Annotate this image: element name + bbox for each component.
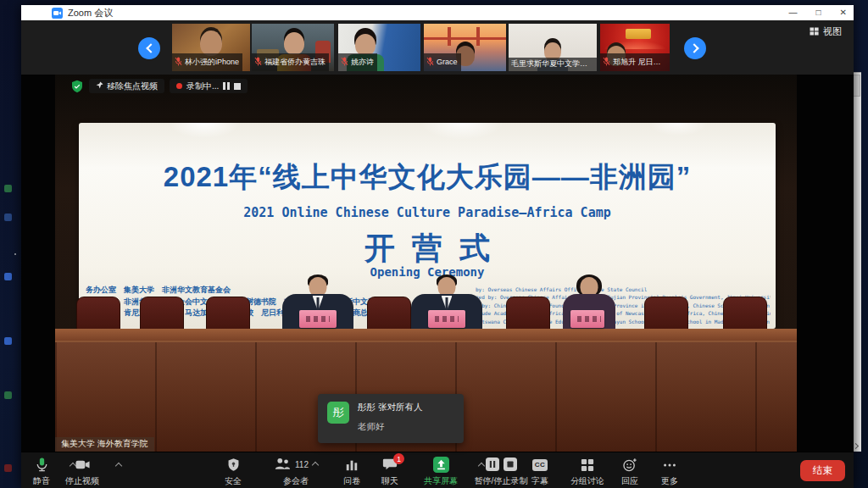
share-screen-icon xyxy=(433,457,449,473)
view-label: 视图 xyxy=(823,25,842,38)
recording-indicator: 录制中... xyxy=(170,79,248,93)
chat-button[interactable]: 1 聊天 xyxy=(363,457,417,487)
view-button[interactable]: 视图 xyxy=(810,25,842,38)
chat-toast-message: 老师好 xyxy=(358,421,422,433)
more-button[interactable]: 更多 xyxy=(643,457,697,487)
desktop-icon[interactable] xyxy=(4,337,12,345)
participant-video-6[interactable]: 郑旭升 尼日利亚 xyxy=(600,24,670,71)
zoom-app-icon xyxy=(52,8,63,19)
participant-name: 福建省侨办黄吉珠 xyxy=(264,57,326,68)
banner-title-english: 2021 Online Chinese Culture Paradise—Afr… xyxy=(79,205,776,220)
muted-mic-icon xyxy=(426,54,434,69)
participant-name: 林小强的iPhone xyxy=(185,57,239,68)
microphone-icon xyxy=(34,457,50,473)
scroll-right-icon[interactable] xyxy=(853,443,859,449)
window-titlebar: Zoom 会议 — □ ✕ xyxy=(21,5,854,20)
participant-video-4[interactable]: Grace xyxy=(424,24,506,71)
desktop-icon[interactable] xyxy=(4,185,12,192)
grid-view-icon xyxy=(810,26,820,38)
participants-icon xyxy=(274,457,291,473)
meeting-stage: 2021年“线上中华文化大乐园——非洲园” 2021 Online Chines… xyxy=(21,75,854,452)
end-meeting-button[interactable]: 结束 xyxy=(800,460,845,481)
name-placard xyxy=(299,310,337,328)
conference-desk xyxy=(55,329,797,341)
avatar: 彤 xyxy=(327,402,349,424)
recording-label: 录制中... xyxy=(186,80,219,92)
reactions-emoji-icon xyxy=(622,457,637,473)
chair xyxy=(367,297,411,330)
desktop-background: Zoom 会议 — □ ✕ 林小强的iPhone 福建省侨办黄吉珠 xyxy=(0,0,868,488)
close-button[interactable]: ✕ xyxy=(840,5,847,20)
shield-icon xyxy=(226,457,241,473)
maximize-button[interactable]: □ xyxy=(816,5,821,20)
breakout-grid-icon xyxy=(581,457,594,473)
security-shield-icon[interactable] xyxy=(70,80,84,93)
prev-participants-button[interactable] xyxy=(138,37,160,59)
chair xyxy=(140,297,184,330)
next-participants-button[interactable] xyxy=(684,37,706,59)
participant-name: Grace xyxy=(437,58,458,66)
participant-video-5[interactable]: 毛里求斯华夏中文学校... xyxy=(509,24,597,71)
pin-icon xyxy=(96,81,103,91)
participant-name: 毛里求斯华夏中文学校... xyxy=(511,58,593,69)
captions-button[interactable]: CC 字幕 xyxy=(513,457,567,487)
chat-unread-badge: 1 xyxy=(393,453,404,464)
participants-button[interactable]: 112 参会者 xyxy=(262,457,330,487)
banner-ceremony-chinese: 开营式 xyxy=(79,228,776,269)
meeting-toolbar: 静音 停止视频 安全 112 参会者 xyxy=(21,452,854,488)
muted-mic-icon xyxy=(341,54,348,69)
remove-spotlight-button[interactable]: 移除焦点视频 xyxy=(89,79,164,93)
pause-recording-icon[interactable] xyxy=(223,82,230,90)
participants-count: 112 xyxy=(295,460,309,469)
chair xyxy=(644,297,688,330)
chat-notification-toast[interactable]: 彤 彤彤 张对所有人 老师好 xyxy=(318,394,464,443)
desktop-icon[interactable] xyxy=(4,391,12,399)
participant-video-1[interactable]: 林小强的iPhone xyxy=(172,24,250,71)
participant-video-3[interactable]: 姚亦诗 xyxy=(338,24,420,71)
chair xyxy=(506,297,550,330)
pause-recording-icon xyxy=(486,458,499,473)
cc-icon: CC xyxy=(532,459,548,471)
security-button[interactable]: 安全 xyxy=(206,457,260,487)
chat-toast-header: 彤彤 张对所有人 xyxy=(358,402,422,413)
video-watermark: 集美大学 海外教育学院 xyxy=(55,437,154,452)
participant-name: 郑旭升 尼日利亚 xyxy=(613,57,666,68)
participant-video-2[interactable]: 福建省侨办黄吉珠 xyxy=(252,24,334,71)
desktop-icon[interactable] xyxy=(4,273,12,280)
zoom-window: Zoom 会议 — □ ✕ 林小强的iPhone 福建省侨办黄吉珠 xyxy=(21,5,854,488)
muted-mic-icon xyxy=(254,54,262,69)
minimize-button[interactable]: — xyxy=(789,5,798,20)
desktop-icon[interactable] xyxy=(4,214,12,221)
polls-chart-icon xyxy=(345,457,359,473)
camera-icon xyxy=(75,457,91,473)
muted-mic-icon xyxy=(603,54,610,69)
stop-recording-icon[interactable] xyxy=(234,83,241,90)
video-options-chevron[interactable] xyxy=(115,463,122,469)
chair xyxy=(76,297,120,330)
name-placard xyxy=(570,310,604,328)
muted-mic-icon xyxy=(175,54,182,69)
chair xyxy=(206,297,250,330)
chevron-left-icon xyxy=(146,43,155,53)
ellipsis-icon xyxy=(662,457,677,473)
window-title: Zoom 会议 xyxy=(68,7,113,19)
share-screen-button[interactable]: 共享屏幕 xyxy=(414,457,468,487)
chair xyxy=(723,297,767,330)
participants-chevron[interactable] xyxy=(312,461,319,468)
banner-title-chinese: 2021年“线上中华文化大乐园——非洲园” xyxy=(79,158,776,197)
name-placard xyxy=(428,310,465,328)
remove-spotlight-label: 移除焦点视频 xyxy=(107,80,158,92)
chevron-right-icon xyxy=(689,43,698,53)
participant-filmstrip: 林小强的iPhone 福建省侨办黄吉珠 姚亦诗 Grace xyxy=(21,20,854,75)
participant-name: 姚亦诗 xyxy=(351,57,374,68)
desktop-icon[interactable] xyxy=(4,464,12,472)
stop-video-button[interactable]: 停止视频 xyxy=(55,457,109,487)
recording-dot-icon xyxy=(176,83,182,89)
